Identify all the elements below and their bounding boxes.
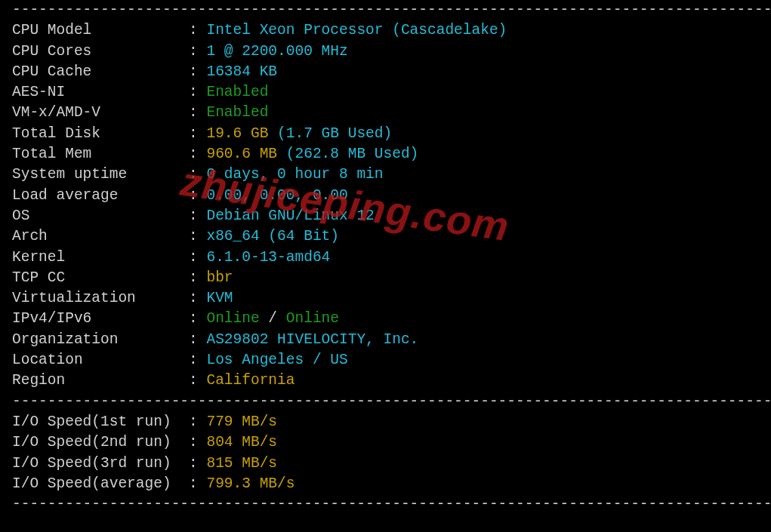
info-row: CPU Cache : 16384 KB [0, 62, 771, 82]
info-label: CPU Cache [12, 63, 180, 80]
info-label: Location [12, 352, 180, 368]
info-value: 0.00, 0.00, 0.00 [206, 187, 347, 204]
info-label: AES-NI [12, 84, 180, 100]
info-label: Organization [12, 331, 180, 348]
info-value: x86_64 (64 Bit) [206, 228, 339, 244]
info-value: AS29802 HIVELOCITY, Inc. [206, 331, 418, 348]
info-label: I/O Speed(3rd run) [12, 455, 180, 472]
terminal-output: ----------------------------------------… [0, 0, 771, 515]
info-row: CPU Cores : 1 @ 2200.000 MHz [0, 42, 771, 62]
info-label: OS [12, 208, 180, 224]
info-row: Load average : 0.00, 0.00, 0.00 [0, 186, 771, 206]
info-value [277, 146, 286, 162]
separator: : [180, 146, 206, 162]
separator: : [180, 455, 206, 472]
info-label: Kernel [12, 249, 180, 266]
separator: : [180, 228, 206, 244]
info-label: TCP CC [12, 269, 180, 286]
info-label: CPU Cores [12, 43, 180, 60]
separator: : [180, 43, 206, 60]
info-value: Debian GNU/Linux 12 [206, 208, 374, 224]
info-value: Online [286, 310, 339, 327]
separator: : [180, 475, 206, 492]
info-row: I/O Speed(average) : 799.3 MB/s [0, 474, 771, 494]
divider-bottom: ----------------------------------------… [0, 494, 771, 515]
separator: : [180, 331, 206, 348]
separator: : [180, 249, 206, 266]
info-row: Location : Los Angeles / US [0, 350, 771, 371]
info-row: IPv4/IPv6 : Online / Online [0, 309, 771, 329]
info-row: System uptime : 0 days, 0 hour 8 min [0, 165, 771, 185]
info-value: Los Angeles / US [206, 352, 347, 368]
info-value: / [260, 310, 286, 327]
info-row: OS : Debian GNU/Linux 12 [0, 206, 771, 226]
info-label: Region [12, 372, 180, 389]
info-value: California [206, 372, 295, 389]
separator: : [180, 290, 206, 306]
info-row: Organization : AS29802 HIVELOCITY, Inc. [0, 330, 771, 350]
info-value: 1 @ 2200.000 MHz [206, 43, 347, 60]
info-value: 960.6 MB [206, 146, 277, 162]
info-row: I/O Speed(1st run) : 779 MB/s [0, 412, 771, 432]
separator: : [180, 414, 206, 430]
separator: : [180, 104, 206, 121]
system-info-block: CPU Model : Intel Xeon Processor (Cascad… [0, 20, 771, 391]
info-label: I/O Speed(2nd run) [12, 434, 180, 451]
info-label: Virtualization [12, 290, 180, 306]
separator: : [180, 166, 206, 183]
info-label: VM-x/AMD-V [12, 104, 180, 121]
info-row: Total Disk : 19.6 GB (1.7 GB Used) [0, 124, 771, 144]
separator: : [180, 269, 206, 286]
info-row: Region : California [0, 371, 771, 391]
info-value: 16384 KB [206, 63, 277, 80]
separator: : [180, 63, 206, 80]
info-row: Total Mem : 960.6 MB (262.8 MB Used) [0, 144, 771, 165]
info-row: TCP CC : bbr [0, 268, 771, 288]
info-value: Online [206, 310, 259, 327]
info-value: 6.1.0-13-amd64 [206, 249, 330, 266]
info-value: 804 MB/s [206, 434, 277, 451]
info-value: 779 MB/s [206, 414, 277, 430]
separator: : [180, 352, 206, 368]
info-label: I/O Speed(1st run) [12, 414, 180, 430]
separator: : [180, 310, 206, 327]
divider-mid: ----------------------------------------… [0, 392, 771, 412]
info-value: 799.3 MB/s [206, 475, 295, 492]
info-row: I/O Speed(2nd run) : 804 MB/s [0, 432, 771, 453]
info-row: Arch : x86_64 (64 Bit) [0, 226, 771, 247]
info-value: 815 MB/s [206, 455, 277, 472]
separator: : [180, 372, 206, 389]
info-value: (1.7 GB Used) [277, 125, 392, 142]
info-label: System uptime [12, 166, 180, 183]
info-value: Enabled [206, 84, 268, 100]
info-row: I/O Speed(3rd run) : 815 MB/s [0, 454, 771, 474]
info-label: I/O Speed(average) [12, 475, 180, 492]
info-value: KVM [206, 290, 233, 306]
divider-top: ----------------------------------------… [0, 0, 771, 20]
info-label: Load average [12, 187, 180, 204]
separator: : [180, 22, 206, 38]
info-label: IPv4/IPv6 [12, 310, 180, 327]
separator: : [180, 125, 206, 142]
io-speed-block: I/O Speed(1st run) : 779 MB/sI/O Speed(2… [0, 412, 771, 494]
info-value: Intel Xeon Processor (Cascadelake) [206, 22, 507, 38]
info-value: (262.8 MB Used) [286, 146, 419, 162]
info-label: Total Disk [12, 125, 180, 142]
info-label: Total Mem [12, 146, 180, 162]
info-value: 0 days, 0 hour 8 min [206, 166, 383, 183]
info-row: AES-NI : Enabled [0, 82, 771, 103]
info-row: Virtualization : KVM [0, 288, 771, 309]
info-label: CPU Model [12, 22, 180, 38]
info-value: 19.6 GB [206, 125, 268, 142]
info-value: bbr [206, 269, 233, 286]
info-row: Kernel : 6.1.0-13-amd64 [0, 248, 771, 268]
info-row: CPU Model : Intel Xeon Processor (Cascad… [0, 20, 771, 41]
separator: : [180, 208, 206, 224]
separator: : [180, 187, 206, 204]
separator: : [180, 434, 206, 451]
info-value: Enabled [206, 104, 268, 121]
separator: : [180, 84, 206, 100]
info-value [268, 125, 277, 142]
info-label: Arch [12, 228, 180, 244]
info-row: VM-x/AMD-V : Enabled [0, 103, 771, 123]
